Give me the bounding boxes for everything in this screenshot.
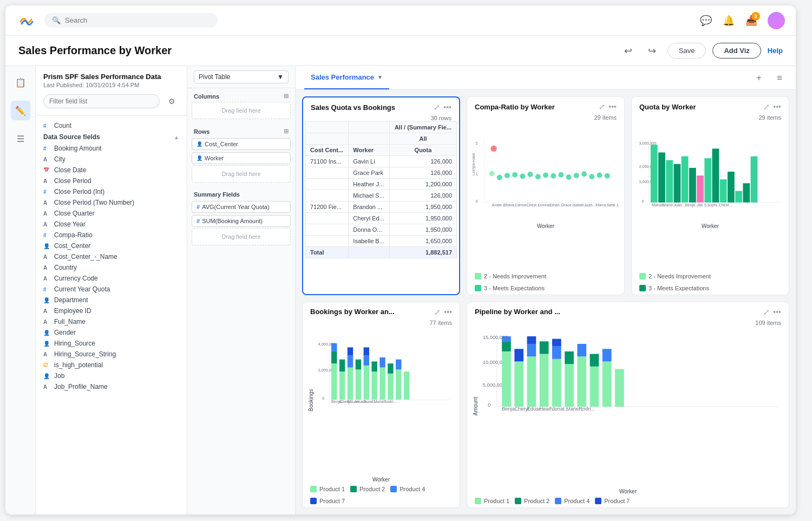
svg-rect-116 bbox=[565, 364, 574, 407]
row-chip-worker[interactable]: 👤 Worker bbox=[192, 152, 291, 164]
svg-text:5,000,000: 5,000,000 bbox=[483, 382, 505, 387]
pivot-row-count: 30 rows bbox=[303, 115, 459, 121]
bookings-item-count: 77 items bbox=[303, 320, 460, 326]
field-close-year[interactable]: AClose Year bbox=[36, 219, 187, 230]
field-booking-amount[interactable]: #Booking Amount bbox=[36, 143, 187, 154]
field-full-name[interactable]: AFull_Name bbox=[36, 316, 187, 327]
bookings-more-icon[interactable]: ••• bbox=[444, 308, 452, 316]
rows-drop-zone[interactable]: Drag field here bbox=[192, 165, 291, 183]
svg-rect-88 bbox=[396, 359, 401, 369]
global-search[interactable]: 🔍 bbox=[44, 13, 218, 28]
data-section-header[interactable]: Data Source fields ▲ bbox=[36, 131, 187, 143]
compa-more-icon[interactable]: ••• bbox=[608, 102, 617, 111]
compa-ratio-chart-svg: 2 1 0 Compa-Ratio bbox=[473, 123, 619, 220]
bookings-expand-icon[interactable]: ⤢ bbox=[434, 308, 441, 316]
field-hiring-source[interactable]: 👤Hiring_Source bbox=[36, 338, 187, 349]
inbox-badge: 3 bbox=[751, 12, 760, 21]
field-compa-ratio[interactable]: #Compa-Ratio bbox=[36, 230, 187, 240]
svg-point-18 bbox=[566, 174, 572, 180]
help-button[interactable]: Help bbox=[768, 47, 783, 55]
svg-rect-52 bbox=[728, 172, 735, 203]
quota-legend-2: 3 - Meets Expectations bbox=[639, 285, 709, 291]
field-count-label: Count bbox=[54, 122, 71, 129]
field-hiring-source-string[interactable]: AHiring_Source_String bbox=[36, 349, 187, 360]
svg-text:0: 0 bbox=[642, 199, 644, 204]
pivot-type-dropdown[interactable]: Pivot Table ▼ bbox=[194, 70, 289, 83]
table-row: Isabelle B...1,650,000 bbox=[306, 236, 457, 247]
summary-chip-sum[interactable]: # SUM(Booking Amount) bbox=[192, 215, 291, 227]
field-job[interactable]: 👤Job bbox=[36, 370, 187, 381]
pipeline-title: Pipeline by Worker and ... bbox=[475, 308, 763, 316]
svg-rect-109 bbox=[527, 343, 536, 356]
pipeline-item-count: 109 items bbox=[467, 320, 789, 326]
add-viz-button[interactable]: Add Viz bbox=[712, 43, 761, 58]
svg-rect-118 bbox=[577, 356, 586, 407]
inbox-icon[interactable]: 📥 3 bbox=[745, 14, 758, 27]
summary-drop-zone[interactable]: Drag field here bbox=[192, 228, 291, 245]
svg-text:Compa-Ratio: Compa-Ratio bbox=[473, 153, 476, 175]
table-row: Michael S...126,000 bbox=[306, 190, 457, 201]
field-cost-center[interactable]: 👤Cost_Center bbox=[36, 240, 187, 251]
svg-text:Rodri...: Rodri... bbox=[384, 399, 397, 404]
quota-legend-1: 2 - Needs Improvement bbox=[639, 273, 711, 279]
field-currency-code[interactable]: ACurrency Code bbox=[36, 273, 187, 284]
table-row: Donna O...1,950,000 bbox=[306, 224, 457, 236]
field-gender[interactable]: 👤Gender bbox=[36, 327, 187, 338]
field-filter-input[interactable] bbox=[43, 94, 160, 108]
app-logo[interactable] bbox=[16, 11, 36, 30]
field-close-period-two[interactable]: AClose Period (Two Number) bbox=[36, 197, 187, 208]
summary-chip-avg[interactable]: # AVG(Current Year Quota) bbox=[192, 201, 291, 213]
search-input[interactable] bbox=[65, 16, 210, 24]
row-chip-cost-center[interactable]: 👤 Cost_Center bbox=[192, 138, 291, 150]
user-avatar[interactable] bbox=[768, 12, 785, 29]
quota-expand-icon[interactable]: ⤢ bbox=[763, 102, 770, 111]
compa-expand-icon[interactable]: ⤢ bbox=[599, 102, 605, 111]
save-button[interactable]: Save bbox=[667, 43, 706, 58]
svg-rect-69 bbox=[331, 351, 337, 363]
field-current-year-quota[interactable]: #Current Year Quota bbox=[36, 284, 187, 295]
tab-sales-performance[interactable]: Sales Performance ▼ bbox=[304, 66, 389, 89]
field-employee-id[interactable]: AEmployee ID bbox=[36, 305, 187, 316]
pipeline-card: Pipeline by Worker and ... ⤢ ••• 109 ite… bbox=[467, 302, 789, 509]
field-close-period-int[interactable]: #Close Period (Int) bbox=[36, 186, 187, 197]
svg-point-23 bbox=[605, 173, 610, 179]
svg-rect-77 bbox=[356, 359, 361, 369]
field-city[interactable]: ACity bbox=[36, 154, 187, 165]
sidebar-icon-data[interactable]: 📋 bbox=[11, 73, 30, 92]
svg-point-24 bbox=[490, 146, 496, 152]
sidebar-icon-filter[interactable]: ☰ bbox=[11, 129, 30, 148]
field-department[interactable]: 👤Department bbox=[36, 295, 187, 305]
pipeline-x-label: Worker bbox=[467, 489, 789, 494]
field-job-profile[interactable]: AJob_Profile_Name bbox=[36, 381, 187, 392]
field-close-date[interactable]: 📅Close Date bbox=[36, 165, 187, 175]
more-icon[interactable]: ••• bbox=[443, 103, 451, 112]
field-close-quarter[interactable]: AClose Quarter bbox=[36, 208, 187, 219]
field-country[interactable]: ACountry bbox=[36, 262, 187, 273]
field-close-period[interactable]: AClose Period bbox=[36, 175, 187, 186]
redo-button[interactable]: ↪ bbox=[644, 42, 661, 60]
svg-point-15 bbox=[543, 172, 548, 178]
table-row: Cheryl Ed...1,950,000 bbox=[306, 213, 457, 224]
sidebar-icon-edit[interactable]: ✏️ bbox=[11, 101, 30, 120]
field-is-high-potential[interactable]: ☑is_high_potential bbox=[36, 360, 187, 370]
svg-rect-74 bbox=[348, 355, 353, 367]
add-viz-tab-button[interactable]: + bbox=[751, 70, 767, 86]
columns-drop-zone[interactable]: Drag field here bbox=[192, 102, 291, 119]
expand-icon[interactable]: ⤢ bbox=[434, 103, 440, 112]
pipeline-expand-icon[interactable]: ⤢ bbox=[763, 308, 770, 316]
compa-legend-1: 2 - Needs Improvement bbox=[475, 273, 546, 279]
quota-more-icon[interactable]: ••• bbox=[773, 102, 781, 111]
field-count[interactable]: # Count bbox=[36, 120, 187, 131]
svg-point-14 bbox=[535, 174, 541, 179]
svg-rect-50 bbox=[712, 148, 719, 202]
viz-menu-button[interactable]: ≡ bbox=[772, 70, 787, 86]
field-settings-button[interactable]: ⚙ bbox=[164, 94, 179, 109]
pipeline-more-icon[interactable]: ••• bbox=[773, 308, 781, 316]
undo-button[interactable]: ↩ bbox=[620, 42, 637, 60]
notification-icon[interactable]: 🔔 bbox=[722, 14, 735, 27]
chat-icon[interactable]: 💬 bbox=[699, 14, 712, 27]
svg-rect-119 bbox=[577, 343, 586, 356]
columns-settings-icon: ⊞ bbox=[284, 93, 289, 100]
field-cost-center-name[interactable]: ACost_Center_-_Name bbox=[36, 251, 187, 262]
quota-by-worker-card: Quota by Worker ⤢ ••• 29 items 3,000,000… bbox=[631, 96, 789, 295]
